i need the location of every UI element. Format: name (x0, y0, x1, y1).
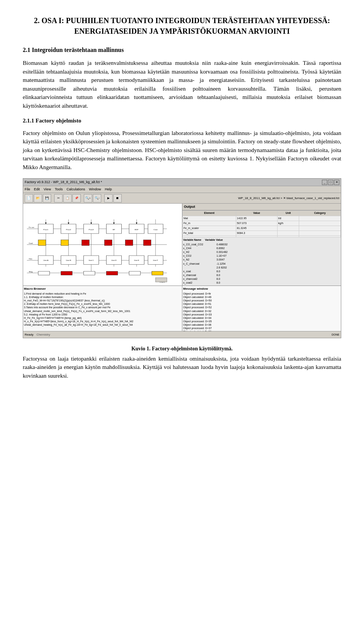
list-item: Object calculated: D=49 (183, 295, 340, 299)
toolbar-paste[interactable]: 📌 (72, 194, 81, 202)
svg-text:Proc1: Proc1 (43, 229, 48, 231)
svg-text:Unit A: Unit A (43, 260, 49, 262)
toolbar-zoomin[interactable]: 🔍+ (84, 194, 92, 202)
flowsheet-canvas: Proc1 Proc2 Proc3 BF BOF Cast (23, 204, 182, 286)
toolbar-cut[interactable]: ✂ (54, 194, 63, 202)
list-item: x_H20.301482 (183, 250, 340, 254)
svg-text:Proc3: Proc3 (89, 229, 94, 231)
list-item: x_coal28.0 (183, 281, 340, 285)
table-row: Fe_m_scaler81.3245 (183, 226, 341, 231)
bottom-panels: Macro Browser 1.First demand of molten r… (23, 286, 341, 331)
list-item: Uheat_demand_moite_ixm_kind_Fe(x)_Fe(x)_… (24, 309, 181, 313)
list-item: H_mol_FeO_M=H='81°19(T8'19S(2)(p(v(42)34… (24, 299, 181, 302)
svg-rect-42 (61, 271, 72, 275)
list-item: Object calculated: D=51 (183, 302, 340, 306)
svg-text:Slag: Slag (29, 271, 33, 273)
svg-rect-45 (129, 271, 140, 275)
svg-text:Unit F: Unit F (153, 260, 158, 262)
col-value: Value (236, 211, 277, 216)
svg-text:Unit E: Unit E (134, 260, 140, 262)
list-item: Object processed: D=fir (183, 292, 340, 295)
minimize-button[interactable]: _ (322, 180, 327, 185)
svg-text:Unit D: Unit D (111, 260, 117, 262)
svg-rect-41 (38, 271, 50, 275)
svg-text:Gas: Gas (29, 258, 33, 260)
list-item: 5.2. Heating of Fe from 1200 to 1550 (24, 313, 181, 316)
toolbar-run[interactable]: ▶ (104, 194, 113, 202)
list-item: Uheat_demand_heating_Fe_h(x)_all_Fe_kg-1… (24, 323, 181, 326)
menu-window[interactable]: Window (89, 187, 101, 192)
list-item: x_N23.0047 (183, 258, 340, 262)
figure-toolbar: 📄 📂 💾 ✂ 📋 📌 🔍+ 🔍- ▶ ⏹ WP_18_8_2011_M6_kg… (23, 193, 341, 204)
svg-rect-46 (152, 271, 163, 275)
menu-edit[interactable]: Edit (34, 187, 40, 192)
menu-view[interactable]: View (44, 187, 51, 192)
toolbar-new[interactable]: 📄 (25, 194, 33, 202)
svg-rect-22 (82, 240, 89, 246)
svg-text:Proc2: Proc2 (66, 229, 71, 231)
menu-file[interactable]: File (25, 187, 30, 192)
chemistry-label: Chemistry (36, 333, 50, 337)
svg-rect-26 (38, 240, 46, 246)
svg-text:BOF: BOF (135, 229, 138, 231)
table-row: Mat1422.95t/d (183, 216, 341, 221)
list-item: 2.6 8202 (183, 266, 340, 270)
menu-calculations[interactable]: Calculations (66, 187, 85, 192)
col-element: Element (183, 211, 236, 216)
figure-titlebar: Factory v0.9.312 - WP_18_8_2011_M6_kg_al… (23, 179, 341, 186)
list-item: x_charcoal8.0 (183, 273, 340, 277)
list-item: x_CO_coal_CO20.488032 (183, 243, 340, 246)
svg-rect-43 (84, 271, 95, 275)
close-button[interactable]: ✕ (334, 180, 339, 185)
message-window-panel: Message window Object processed: D=firOb… (182, 286, 341, 331)
macro-browser-panel: Macro Browser 1.First demand of molten r… (23, 286, 182, 331)
list-item: H_Fe_Fe_Sg+H=T485^H'T485^H (temp_pg_abt) (24, 316, 181, 320)
toolbar-zoomout[interactable]: 🔍- (93, 194, 101, 202)
paragraph-3: Factoryssa on laaja tietopankki erilaist… (23, 355, 341, 380)
toolbar-path: WP_18_8_2011_M6_kg_alt.fct > ✕ blast_fur… (238, 196, 339, 201)
svg-rect-23 (104, 240, 112, 246)
list-item: x_charcoal28.0 (183, 277, 340, 281)
list-item: Object processed: D=37 (183, 326, 340, 330)
maximize-button[interactable]: □ (328, 180, 333, 185)
status-text: Ready (25, 333, 33, 337)
svg-rect-44 (106, 271, 118, 275)
svg-rect-24 (125, 240, 133, 246)
list-item: x_coal8.0 (183, 270, 340, 273)
menu-tools[interactable]: Tools (55, 187, 63, 192)
toolbar-stop[interactable]: ⏹ (113, 194, 122, 202)
progress-text: DONE (332, 333, 339, 337)
toolbar-save[interactable]: 💾 (43, 194, 51, 202)
col-category: Category (299, 211, 341, 216)
toolbar-open[interactable]: 📂 (34, 194, 42, 202)
list-item: Object calculated: D=36 (183, 323, 340, 326)
figure-title-text: Factory v0.9.312 - WP_18_8_2011_M6_kg_al… (25, 180, 102, 185)
output-header: Output (182, 204, 341, 210)
section-2-1-title: 2.1 Integroidun terästehtaan mallinnus (23, 46, 341, 54)
list-item: Object processed: D=35 (183, 320, 340, 323)
flowsheet-panel[interactable]: Proc1 Proc2 Proc3 BF BOF Cast (23, 204, 182, 286)
list-item: x_CH46.8992 (183, 246, 340, 250)
figure-caption: Kuvio 1. Factory-ohjelmiston käyttöliitt… (23, 345, 341, 353)
status-bar: Ready Chemistry DONE (23, 331, 341, 338)
list-item: x_C_charcoal-1.1254 (183, 262, 340, 266)
list-item: Object calculated: D=34 (183, 316, 340, 320)
toolbar-copy[interactable]: 📋 (63, 194, 72, 202)
svg-rect-25 (143, 240, 151, 246)
paragraph-2: Factory ohjelmisto on Oulun yliopistossa… (23, 129, 341, 172)
figure-1: Factory v0.9.312 - WP_18_8_2011_M6_kg_al… (23, 178, 341, 338)
menu-help[interactable]: Help (105, 187, 112, 192)
output-panel: Output Element Value Unit Category (182, 204, 341, 286)
paragraph-1: Biomassan käyttö raudan ja teräksenvalmi… (23, 59, 341, 110)
list-item: Object processed: D=50 (183, 299, 340, 302)
figure-main-area: Proc1 Proc2 Proc3 BF BOF Cast (23, 204, 341, 286)
figure-menubar: File Edit View Tools Calculations Window… (23, 186, 341, 193)
list-item: 2. Enthalp of molten form_kind_Fe(x)_Fx(… (24, 302, 181, 306)
list-item: Object calculated: D=32 (183, 309, 340, 313)
svg-text:BF: BF (113, 229, 115, 231)
list-item: 3.Takes into account the possible decrea… (24, 306, 181, 309)
subsection-2-1-1-title: 2.1.1 Factory ohjelmisto (23, 117, 341, 125)
svg-text:Cast: Cast (154, 229, 158, 231)
list-item: x_CO21.1E+07 (183, 254, 340, 258)
svg-text:Fe ore: Fe ore (29, 227, 35, 229)
